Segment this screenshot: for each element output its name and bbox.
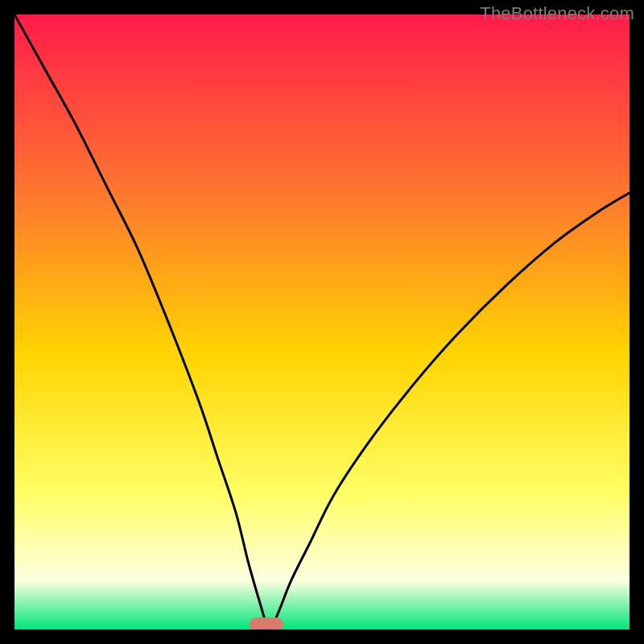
optimal-marker: [250, 617, 283, 630]
plot-area: [14, 14, 630, 630]
chart-frame: TheBottleneck.com: [0, 0, 644, 644]
watermark-text: TheBottleneck.com: [480, 3, 634, 24]
chart-svg: [14, 14, 630, 630]
gradient-background: [14, 14, 630, 630]
